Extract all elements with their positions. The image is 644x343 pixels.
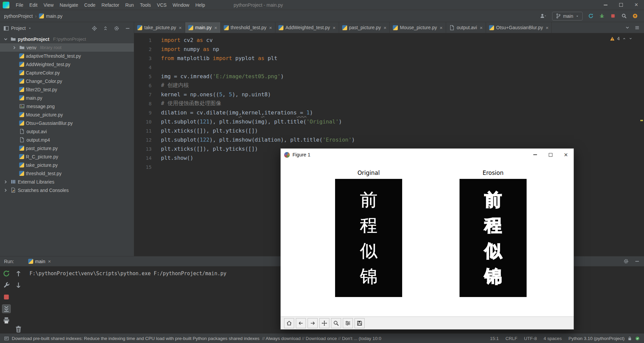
line-number[interactable]: 7 [134,92,152,97]
code-line[interactable]: 12plt.subplot(122), plt.imshow(dilation)… [134,135,644,144]
tree-item-pythonproject[interactable]: pythonProjectF:\pythonProject [0,35,134,43]
home-button[interactable] [284,318,294,328]
code-with-me-icon[interactable] [539,13,547,19]
settings-gear-icon[interactable] [114,26,119,31]
menu-file[interactable]: File [13,0,26,10]
collapse-all-icon[interactable] [103,26,108,31]
stop-icon[interactable] [2,293,11,301]
up-stack-icon[interactable] [14,269,23,278]
lock-icon[interactable] [627,336,632,341]
tab-mouse-picture-py[interactable]: Mouse_picture.py× [390,22,446,33]
pan-button[interactable] [319,318,329,328]
code-line[interactable]: 6# 创建内核 [134,81,644,90]
menu-navigate[interactable]: Navigate [57,0,81,10]
menu-vcs[interactable]: VCS [154,0,170,10]
line-number[interactable]: 5 [134,74,152,79]
tab-past-picture-py[interactable]: past_picture.py× [339,22,390,33]
tab-close-icon[interactable]: × [269,25,272,31]
editor-options-icon[interactable] [634,25,640,31]
printer-icon[interactable] [2,316,11,325]
line-number[interactable]: 12 [134,137,152,143]
code-line[interactable]: 10plt.subplot(121), plt.imshow(img), plt… [134,117,644,126]
title-bar[interactable]: FileEditViewNavigateCodeRefactorRunTools… [0,0,644,10]
back-button[interactable] [296,318,306,328]
line-number[interactable]: 11 [134,128,152,134]
tree-item-r-c-picture-py[interactable]: R_C_picture.py [0,152,134,161]
hide-panel-icon[interactable] [125,26,130,31]
tree-item-filter2d-test-py[interactable]: filter2D_test.py [0,85,134,94]
code-line[interactable]: 1import cv2 as cv [134,36,644,45]
forward-button[interactable] [308,318,318,328]
line-number[interactable]: 9 [134,110,152,115]
tree-item-mouse-picture-py[interactable]: Mouse_picture.py [0,110,134,119]
run-tab-main[interactable]: main × [28,258,51,264]
tab-output-avi[interactable]: output.avi× [446,22,486,33]
chevron-right-icon[interactable] [3,188,9,193]
updates-available-icon[interactable] [632,13,638,19]
tab-close-icon[interactable]: × [179,25,182,31]
tree-item-scratches-and-consoles[interactable]: Scratches and Consoles [0,186,134,194]
line-number[interactable]: 4 [134,65,152,70]
tree-item-venv[interactable]: venvlibrary root [0,43,134,52]
tab-take-picture-py[interactable]: take_picture.py× [134,22,185,33]
status-action-don-t[interactable]: Don't ... [342,336,357,341]
tab-threshold-test-py[interactable]: threshold_test.py× [221,22,275,33]
tab-close-icon[interactable]: × [546,25,549,31]
menu-tools[interactable]: Tools [137,0,154,10]
chevron-down-icon[interactable] [3,37,9,42]
close-button[interactable]: × [629,0,644,10]
inspections-widget[interactable]: 4 [610,36,633,41]
figure-maximize-button[interactable] [543,149,558,161]
status-item-4-spaces[interactable]: 4 spaces [544,336,562,341]
tree-item-adaptivethreshold-test-py[interactable]: adaptiveThreshold_test.py [0,52,134,60]
line-number[interactable]: 3 [134,56,152,61]
menu-code[interactable]: Code [81,0,98,10]
line-number[interactable]: 2 [134,47,152,52]
line-number[interactable]: 13 [134,146,152,152]
rerun-icon[interactable] [2,269,11,278]
tab-close-icon[interactable]: × [48,258,51,264]
code-line[interactable]: 4 [134,63,644,72]
next-warning-icon[interactable] [629,37,633,41]
tree-item-threshold-test-py[interactable]: threshold_test.py [0,169,134,178]
tree-item-past-picture-py[interactable]: past_picture.py [0,144,134,152]
maximize-button[interactable] [613,0,629,10]
code-line[interactable]: 7kernel = np.ones((5, 5), np.uint8) [134,90,644,99]
menu-edit[interactable]: Edit [26,0,41,10]
chevron-right-icon[interactable] [3,179,9,185]
line-number[interactable]: 14 [134,155,152,161]
tree-item-take-picture-py[interactable]: take_picture.py [0,161,134,169]
tree-item-output-avi[interactable]: output.avi [0,127,134,136]
line-number[interactable]: 6 [134,83,152,88]
configure-button[interactable] [343,318,353,328]
tree-item-change-color-py[interactable]: Change_Color.py [0,77,134,85]
chevron-right-icon[interactable] [11,45,17,50]
tab-addweighted-test-py[interactable]: AddWeighted_test.py× [275,22,339,33]
code-line[interactable]: 9dilation = cv.dilate(img,kernel,iterati… [134,108,644,117]
menu-run[interactable]: Run [122,0,137,10]
code-line[interactable]: 8# 使用侵蚀函数处理图像 [134,99,644,108]
tab-main-py[interactable]: main.py× [185,22,221,33]
line-number[interactable]: 10 [134,119,152,125]
update-project-icon[interactable] [588,13,594,19]
figure-title-bar[interactable]: Figure 1 × [281,149,574,161]
save-button[interactable] [355,318,365,328]
tab-close-icon[interactable]: × [333,25,336,31]
code-line[interactable]: 3from matplotlib import pyplot as plt [134,54,644,63]
breadcrumb-item-pythonproject[interactable]: pythonProject [4,13,33,19]
prev-warning-icon[interactable] [622,37,626,41]
tab-otsu-gaussianblur-py[interactable]: Otsu+GaussianBlur.py× [486,22,552,33]
line-number[interactable]: 8 [134,101,152,106]
branch-widget[interactable]: main [552,12,583,20]
breadcrumb-item-main-py[interactable]: main.py [39,13,62,19]
zoom-button[interactable] [331,318,341,328]
tab-close-icon[interactable]: × [383,25,386,31]
down-stack-icon[interactable] [14,281,23,290]
tab-close-icon[interactable]: × [440,25,443,31]
tree-item-external-libraries[interactable]: External Libraries [0,178,134,186]
code-line[interactable]: 2import numpy as np [134,45,644,54]
line-number[interactable]: 15 [134,164,152,170]
chevron-down-icon[interactable] [28,26,32,30]
editor-scrollbar[interactable] [639,33,644,256]
code-line[interactable]: 5img = cv.imread('E:/image/test05.png') [134,72,644,81]
